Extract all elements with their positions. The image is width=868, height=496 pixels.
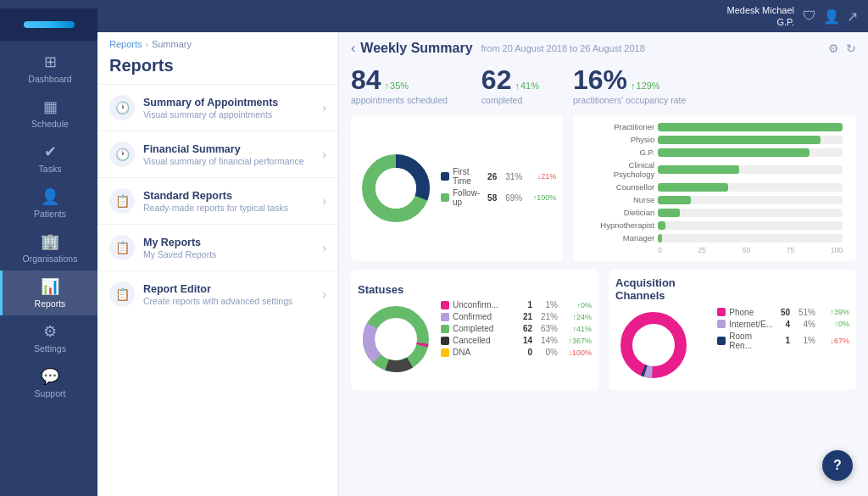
bar-track — [658, 148, 843, 157]
legend-row-cancelled: Cancelled 14 14% ↑367% — [441, 336, 592, 345]
acquisition-title: Acquisition Channels — [615, 276, 710, 302]
sidebar-item-dashboard[interactable]: ⊞ Dashboard — [0, 46, 97, 91]
stat-number: 62 — [481, 66, 512, 93]
legend-row-confirmed: Confirmed 21 21% ↑24% — [441, 312, 592, 321]
menu-item-summary-appointments[interactable]: 🕐 Summary of Appointments Visual summary… — [97, 84, 338, 131]
right-header-left: ‹ Weekly Summary from 20 August 2018 to … — [351, 41, 645, 56]
prev-week-button[interactable]: ‹ — [351, 41, 355, 56]
menu-item-standard-reports[interactable]: 📋 Standard Reports Ready-made reports fo… — [97, 177, 338, 224]
legend-val: 62 — [519, 324, 532, 333]
tasks-icon: ✔ — [44, 142, 57, 161]
sidebar-item-organisations[interactable]: 🏢 Organisations — [0, 226, 97, 270]
stat-label: appointments scheduled — [351, 95, 448, 105]
user-icon[interactable]: 👤 — [823, 8, 840, 25]
bar-track — [658, 183, 843, 192]
bar-fill — [658, 136, 821, 144]
menu-item-financial-summary[interactable]: 🕐 Financial Summary Visual summary of fi… — [97, 131, 338, 177]
logo-bar — [24, 21, 75, 28]
refresh-icon[interactable]: ↻ — [846, 42, 856, 55]
bar-row: Dietician — [587, 208, 843, 217]
cancelled-dot — [441, 337, 449, 345]
statuses-title: Statuses — [358, 283, 434, 296]
logo — [0, 8, 97, 41]
chevron-right-icon: › — [322, 287, 326, 301]
statuses-legend: Unconfirm... 1 1% ↑0% Confirmed 21 21% ↑… — [441, 300, 592, 359]
svg-point-2 — [376, 168, 416, 209]
acquisition-legend: Phone 50 51% ↑39% Internet/E... 4 4% ↑0% — [717, 308, 849, 353]
stat-change-up: ↑129% — [631, 81, 660, 91]
sidebar-item-tasks[interactable]: ✔ Tasks — [0, 136, 97, 181]
sidebar: ⊞ Dashboard ▦ Schedule ✔ Tasks 👤 Patient… — [0, 0, 97, 496]
menu-item-text: Summary of Appointments Visual summary o… — [143, 97, 322, 120]
sidebar-item-reports[interactable]: 📊 Reports — [0, 270, 97, 315]
legend-change: ↓100% — [561, 348, 592, 357]
settings-icon: ⚙ — [43, 322, 57, 341]
bar-chart-area: Practitioner Physio G.P. Clinical Psycho… — [580, 122, 849, 254]
legend-val: 1 — [519, 300, 532, 309]
breadcrumb-current: Summary — [152, 39, 192, 49]
legend-val: 14 — [519, 336, 532, 345]
right-header-icons: ⚙ ↻ — [828, 42, 856, 55]
help-button[interactable]: ? — [822, 450, 853, 481]
legend-row-room: Room Ren... 1 1% ↓67% — [717, 332, 849, 350]
breadcrumb: Reports › Summary — [97, 32, 338, 53]
list-icon: 📋 — [109, 188, 135, 214]
bar-axis: 0 25 50 75 100 — [587, 246, 843, 254]
statuses-donut-svg — [358, 301, 434, 377]
completed-dot — [441, 325, 449, 333]
sidebar-item-settings[interactable]: ⚙ Settings — [0, 315, 97, 360]
sidebar-item-support[interactable]: 💬 Support — [0, 360, 97, 405]
clock-icon: 🕐 — [109, 95, 135, 120]
summary-range: from 20 August 2018 to 26 August 2018 — [481, 43, 645, 53]
stat-change-up: ↑41% — [515, 81, 539, 91]
sidebar-item-schedule[interactable]: ▦ Schedule — [0, 91, 97, 136]
legend-change: ↑39% — [819, 308, 849, 316]
sidebar-item-patients[interactable]: 👤 Patients — [0, 181, 97, 226]
chevron-right-icon: › — [322, 101, 326, 114]
legend-pct: 1% — [793, 336, 815, 345]
bar-row: Counsellor — [587, 182, 843, 192]
legend-row-internet: Internet/E... 4 4% ↑0% — [717, 320, 849, 329]
panel-title: Reports — [97, 53, 338, 84]
menu-item-text: My Reports My Saved Reports — [143, 237, 322, 259]
menu-item-my-reports[interactable]: 📋 My Reports My Saved Reports › — [97, 224, 338, 270]
confirmed-dot — [441, 313, 449, 321]
legend-pct: 69% — [500, 193, 522, 203]
bar-track — [658, 209, 843, 217]
legend-val: 21 — [519, 312, 532, 321]
appointments-donut-svg — [358, 150, 434, 226]
legend-label: First Time — [453, 167, 480, 186]
patients-icon: 👤 — [41, 187, 59, 206]
follow-up-dot — [441, 193, 449, 202]
summary-title: Weekly Summary — [360, 41, 472, 56]
menu-item-subtitle: Visual summary of appointments — [143, 109, 322, 120]
stat-completed: 62 ↑41% completed — [481, 66, 539, 105]
menu-item-title: Standard Reports — [143, 190, 322, 202]
legend-pct: 14% — [536, 336, 558, 345]
phone-dot — [717, 308, 726, 316]
bar-label: Practitioner — [587, 122, 654, 131]
bar-fill — [658, 165, 739, 174]
saved-icon: 📋 — [109, 235, 135, 260]
breadcrumb-parent[interactable]: Reports — [109, 39, 142, 49]
shield-icon[interactable]: 🛡 — [803, 8, 816, 25]
bar-fill — [658, 148, 810, 157]
signout-icon[interactable]: ↗ — [847, 8, 858, 25]
first-time-dot — [441, 172, 449, 181]
bar-fill — [658, 209, 680, 217]
bar-chart-section: Practitioner Physio G.P. Clinical Psycho… — [573, 115, 856, 261]
legend-row-first-time: First Time 26 31% ↓21% — [441, 167, 556, 186]
editor-icon: 📋 — [109, 281, 135, 307]
appointments-chart: First Time 26 31% ↓21% Follow-up 58 69% … — [351, 115, 563, 261]
bar-fill — [658, 183, 728, 192]
acquisition-chart: Acquisition Channels Phone — [609, 270, 856, 390]
legend-pct: 21% — [536, 312, 558, 321]
legend-val: 26 — [483, 172, 497, 181]
reports-icon: 📊 — [41, 277, 59, 296]
menu-item-report-editor[interactable]: 📋 Report Editor Create reports with adva… — [97, 270, 338, 317]
bar-label: Dietician — [587, 208, 654, 217]
filter-icon[interactable]: ⚙ — [828, 42, 839, 55]
bar-track — [658, 123, 843, 131]
legend-change: ↑0% — [561, 301, 592, 309]
statuses-chart: Statuses — [351, 270, 598, 390]
